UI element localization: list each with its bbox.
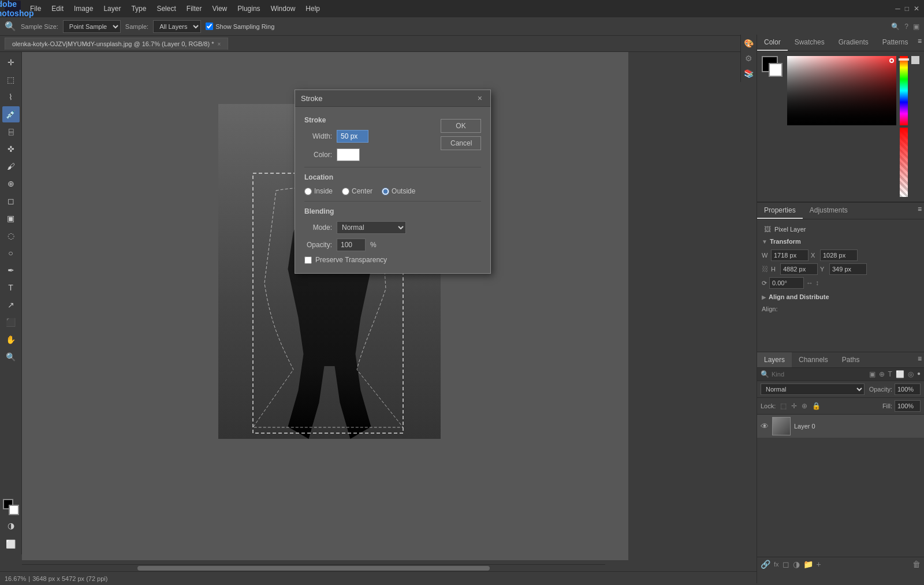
blend-mode-select[interactable]: Normal bbox=[761, 383, 865, 395]
tab-patterns[interactable]: Patterns bbox=[875, 35, 915, 51]
menu-help[interactable]: Help bbox=[301, 2, 325, 15]
lasso-tool[interactable]: ⌇ bbox=[2, 89, 20, 105]
center-option[interactable]: Center bbox=[342, 187, 372, 195]
menu-layer[interactable]: Layer bbox=[99, 2, 125, 15]
gradient-tool[interactable]: ▣ bbox=[2, 210, 20, 226]
angle-input[interactable] bbox=[769, 277, 804, 289]
tab-gradients[interactable]: Gradients bbox=[832, 35, 875, 51]
layers-panel-icon[interactable]: 📚 bbox=[743, 67, 755, 80]
eraser-tool[interactable]: ◻ bbox=[2, 193, 20, 209]
menu-image[interactable]: Image bbox=[69, 2, 98, 15]
tab-close-button[interactable]: × bbox=[217, 41, 221, 47]
sample-size-select[interactable]: Point Sample bbox=[63, 20, 121, 33]
shape-tool[interactable]: ⬛ bbox=[2, 314, 20, 330]
ok-button[interactable]: OK bbox=[441, 119, 481, 133]
inside-option[interactable]: Inside bbox=[304, 187, 333, 195]
preserve-transparency-checkbox[interactable] bbox=[304, 256, 312, 264]
close-icon[interactable]: ✕ bbox=[914, 5, 919, 13]
scroll-thumb[interactable] bbox=[137, 566, 490, 571]
type-tool[interactable]: T bbox=[2, 280, 20, 296]
eyedropper-tool[interactable]: 💉 bbox=[2, 106, 20, 122]
expand-icon[interactable]: ▣ bbox=[913, 23, 919, 31]
y-input[interactable] bbox=[829, 263, 867, 275]
filter-smart-icon[interactable]: ◎ bbox=[908, 370, 914, 378]
color-gradient[interactable] bbox=[787, 56, 896, 125]
lock-artboards-icon[interactable]: ⊕ bbox=[802, 402, 807, 410]
lock-pixels-icon[interactable]: ⬚ bbox=[780, 402, 787, 410]
height-input[interactable] bbox=[780, 263, 818, 275]
layer-item[interactable]: 👁 Layer 0 bbox=[757, 415, 924, 438]
add-mask-icon[interactable]: ◻ bbox=[783, 560, 789, 569]
menu-select[interactable]: Select bbox=[152, 2, 180, 15]
dodge-tool[interactable]: ○ bbox=[2, 245, 20, 261]
stroke-width-input[interactable] bbox=[337, 130, 368, 143]
link-chain-icon[interactable]: ⛓ bbox=[762, 265, 769, 273]
active-tab[interactable]: olenka-kotyk-OJZVjMYUMdY-unsplash.jpg @ … bbox=[5, 38, 228, 50]
layers-search-input[interactable] bbox=[772, 371, 867, 378]
adjustment-icon[interactable]: ◑ bbox=[793, 560, 800, 569]
selection-tool[interactable]: ⬚ bbox=[2, 72, 20, 88]
tab-paths[interactable]: Paths bbox=[835, 352, 867, 367]
brush-tool[interactable]: 🖌 bbox=[2, 158, 20, 174]
hue-slider[interactable] bbox=[900, 56, 908, 125]
path-selection-tool[interactable]: ↗ bbox=[2, 297, 20, 313]
tab-color[interactable]: Color bbox=[757, 35, 788, 51]
new-layer-icon[interactable]: + bbox=[817, 560, 821, 569]
inside-radio[interactable] bbox=[304, 188, 312, 195]
zoom-tool[interactable]: 🔍 bbox=[2, 349, 20, 365]
outside-option[interactable]: Outside bbox=[382, 187, 415, 195]
panel-menu-icon[interactable]: ≡ bbox=[915, 35, 924, 51]
menu-plugins[interactable]: Plugins bbox=[233, 2, 264, 15]
outside-radio[interactable] bbox=[382, 188, 389, 195]
cancel-button[interactable]: Cancel bbox=[441, 136, 481, 150]
tab-layers[interactable]: Layers bbox=[757, 352, 792, 367]
background-swatch[interactable] bbox=[769, 63, 783, 77]
maximize-icon[interactable]: □ bbox=[905, 5, 909, 13]
tab-properties[interactable]: Properties bbox=[757, 203, 803, 219]
tab-swatches[interactable]: Swatches bbox=[788, 35, 832, 51]
move-tool[interactable]: ✛ bbox=[2, 54, 20, 70]
color-expand-icon[interactable]: ▷ bbox=[911, 56, 919, 64]
delete-layer-icon[interactable]: 🗑 bbox=[912, 560, 921, 569]
filter-adjustment-icon[interactable]: ⊕ bbox=[879, 370, 885, 378]
transform-section-header[interactable]: ▼ Transform bbox=[762, 236, 919, 247]
blur-tool[interactable]: ◌ bbox=[2, 228, 20, 244]
properties-menu-icon[interactable]: ≡ bbox=[915, 203, 924, 219]
mode-select[interactable]: Normal Dissolve Multiply Screen bbox=[337, 221, 406, 234]
flip-horizontal-icon[interactable]: ↔ bbox=[806, 279, 813, 287]
flip-vertical-icon[interactable]: ↕ bbox=[815, 279, 819, 287]
opacity-input[interactable] bbox=[895, 383, 921, 395]
menu-window[interactable]: Window bbox=[266, 2, 300, 15]
link-layers-icon[interactable]: 🔗 bbox=[761, 560, 770, 569]
hand-tool[interactable]: ✋ bbox=[2, 331, 20, 348]
menu-view[interactable]: View bbox=[207, 2, 232, 15]
show-sampling-ring-checkbox[interactable]: Show Sampling Ring bbox=[206, 23, 274, 30]
menu-edit[interactable]: Edit bbox=[47, 2, 68, 15]
fill-input[interactable] bbox=[895, 400, 921, 412]
menu-file[interactable]: File bbox=[25, 2, 46, 15]
fx-icon[interactable]: fx bbox=[774, 561, 779, 568]
horizontal-scrollbar[interactable] bbox=[22, 564, 605, 571]
quick-mask-tool[interactable]: ◑ bbox=[2, 517, 20, 534]
filter-pixel-icon[interactable]: ▣ bbox=[869, 370, 875, 378]
width-input[interactable] bbox=[771, 249, 808, 261]
pen-tool[interactable]: ✒ bbox=[2, 262, 20, 278]
sample-select[interactable]: All Layers bbox=[153, 20, 201, 33]
lock-position-icon[interactable]: ✛ bbox=[791, 402, 797, 410]
opacity-dialog-input[interactable] bbox=[337, 239, 366, 251]
menu-type[interactable]: Type bbox=[126, 2, 151, 15]
filter-text-icon[interactable]: T bbox=[888, 370, 892, 378]
background-color[interactable] bbox=[9, 505, 19, 515]
crop-tool[interactable]: ⌸ bbox=[2, 124, 20, 140]
healing-tool[interactable]: ✜ bbox=[2, 141, 20, 157]
lock-all-icon[interactable]: 🔒 bbox=[812, 402, 821, 410]
x-input[interactable] bbox=[820, 249, 858, 261]
stroke-color-swatch[interactable] bbox=[337, 148, 360, 161]
layers-menu-icon[interactable]: ≡ bbox=[915, 352, 924, 367]
screen-mode-tool[interactable]: ⬜ bbox=[2, 536, 20, 552]
align-distribute-section-header[interactable]: ▶ Align and Distribute bbox=[762, 291, 919, 303]
alpha-slider[interactable] bbox=[900, 128, 908, 197]
dialog-close-button[interactable]: × bbox=[475, 94, 485, 103]
search-icon[interactable]: 🔍 bbox=[891, 23, 900, 31]
tab-channels[interactable]: Channels bbox=[792, 352, 835, 367]
